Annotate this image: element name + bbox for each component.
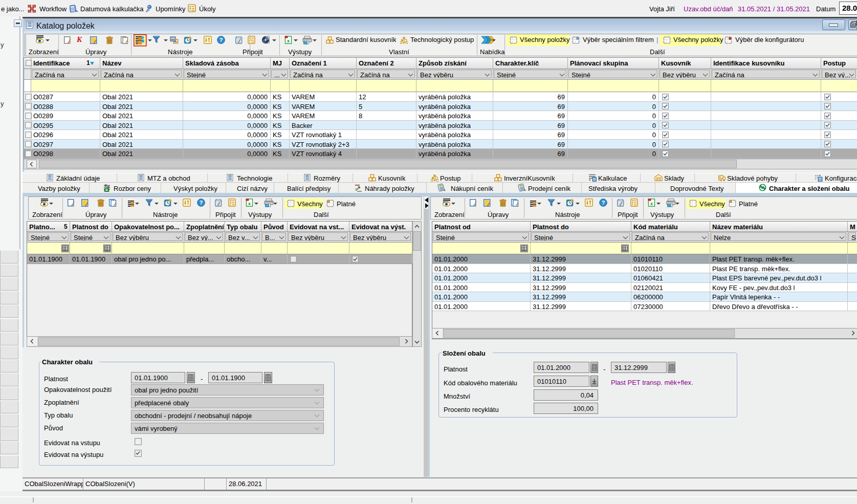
svg-text:?: ? xyxy=(219,37,223,43)
svg-text:x: x xyxy=(650,201,653,206)
svg-text:?: ? xyxy=(199,200,203,206)
svg-text:x: x xyxy=(287,38,290,43)
svg-text:x: x xyxy=(248,201,251,206)
svg-text:?: ? xyxy=(601,200,605,206)
